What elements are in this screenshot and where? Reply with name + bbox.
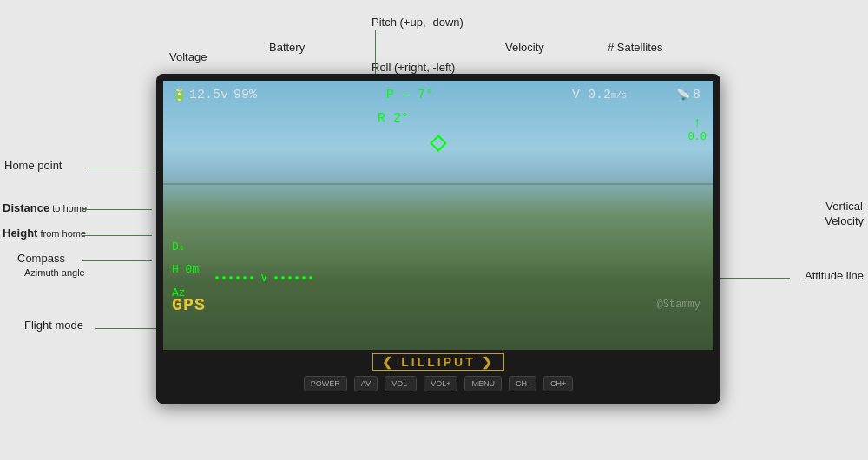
hud-overlay: 🔋 12.5v 99% P – 7° V 0.2m/s 📡 — [163, 81, 713, 350]
height-sub-text: from home — [41, 228, 87, 239]
voltage-text: Voltage — [169, 50, 207, 63]
att-dot-9 — [288, 276, 292, 279]
vert-vel-value: 0.0 — [687, 131, 707, 143]
label-satellites: # Satellites — [608, 41, 663, 54]
menu-button[interactable]: MENU — [464, 376, 502, 391]
att-chevron-icon: ∨ — [260, 270, 267, 285]
att-dot-8 — [281, 276, 285, 279]
label-vertvel: VerticalVelocity — [825, 200, 864, 229]
pitch-value: P – 7° — [386, 88, 433, 102]
label-roll: Roll (+right, -left) — [372, 61, 455, 74]
satellite-icon: 📡 — [676, 89, 690, 102]
label-compass: Compass — [17, 252, 65, 265]
satellites-text: # Satellites — [608, 41, 663, 54]
vol-minus-button[interactable]: VOL- — [385, 376, 417, 391]
gps-value: GPS — [172, 295, 206, 315]
watermark-text: @Stammy — [657, 299, 700, 311]
height-text: Height — [3, 227, 37, 240]
hud-satellites-display: 📡 8 — [676, 88, 700, 102]
hud-voltage-display: 🔋 12.5v — [172, 88, 228, 102]
velocity-text: Velocity — [505, 41, 544, 54]
label-distance: Distance to home — [3, 201, 87, 214]
hud-pitch-display: P – 7° — [386, 88, 433, 102]
drone-screen: 🔋 12.5v 99% P – 7° V 0.2m/s 📡 — [163, 81, 713, 350]
att-dot-7 — [274, 276, 278, 279]
monitor: 🔋 12.5v 99% P – 7° V 0.2m/s 📡 — [156, 74, 720, 404]
att-dot-3 — [229, 276, 233, 279]
monitor-bottom: ❮ LILLIPUT ❯ POWER AV VOL- VOL+ MENU CH-… — [156, 350, 720, 404]
label-pitch: Pitch (+up, -down) — [372, 16, 464, 29]
label-azimuth: Azimuth angle — [24, 267, 85, 278]
compass-line — [82, 260, 152, 261]
ch-minus-button[interactable]: CH- — [509, 376, 536, 391]
attline-text: Attitude line — [805, 269, 864, 282]
distance-hud-value: D₁ — [172, 240, 186, 253]
brand-text: ❮ LILLIPUT ❯ — [382, 355, 494, 369]
distance-sub-text: to home — [52, 203, 87, 214]
label-attline: Attitude line — [805, 269, 864, 282]
label-battery: Battery — [269, 41, 305, 54]
satellite-count: 8 — [693, 88, 700, 102]
compass-text: Compass — [17, 252, 65, 265]
ch-plus-button[interactable]: CH+ — [543, 376, 573, 391]
velocity-unit: m/s — [611, 91, 627, 101]
hud-roll-display: R 2° — [378, 111, 409, 126]
roll-text: Roll (+right, -left) — [372, 61, 455, 74]
watermark: @Stammy — [657, 299, 700, 311]
home-diamond-icon — [430, 135, 447, 152]
velocity-value: V 0.2 — [572, 88, 611, 102]
att-dot-1 — [215, 276, 219, 279]
label-velocity: Velocity — [505, 41, 544, 54]
att-dot-12 — [309, 276, 312, 279]
voltage-value: 12.5v — [189, 88, 228, 102]
homepoint-line — [87, 168, 156, 168]
homepoint-text: Home point — [4, 159, 62, 172]
att-dot-2 — [222, 276, 226, 279]
attitude-line: ∨ — [215, 270, 661, 285]
distance-line — [82, 209, 152, 210]
label-height: Height from home — [3, 227, 86, 240]
distance-text: Distance — [3, 201, 49, 214]
brand-label: ❮ LILLIPUT ❯ — [372, 353, 503, 371]
att-dot-11 — [302, 276, 306, 279]
pitch-text: Pitch (+up, -down) — [372, 16, 464, 29]
height-hud: H 0m — [172, 260, 199, 279]
label-voltage: Voltage — [169, 50, 207, 63]
hud-gps-display: GPS — [172, 295, 206, 315]
home-diamond-container — [432, 137, 444, 149]
battery-value: 99% — [233, 88, 257, 102]
hud-battery-display: 99% — [233, 88, 257, 102]
battery-text: Battery — [269, 41, 305, 54]
azimuth-text: Azimuth angle — [24, 267, 85, 278]
av-button[interactable]: AV — [354, 376, 378, 391]
vertical-velocity-display: ↑ 0.0 — [687, 115, 707, 143]
roll-value: R 2° — [378, 111, 409, 126]
height-hud-value: H 0m — [172, 263, 199, 276]
vertvel-text: VerticalVelocity — [825, 200, 864, 227]
vert-arrow-icon: ↑ — [693, 115, 701, 131]
att-dot-5 — [243, 276, 247, 279]
label-flightmode: Flight mode — [24, 319, 83, 332]
hud-top-bar: 🔋 12.5v 99% P – 7° V 0.2m/s 📡 — [163, 88, 713, 102]
flightmode-text: Flight mode — [24, 319, 83, 332]
power-button[interactable]: POWER — [304, 376, 347, 391]
att-dot-10 — [295, 276, 299, 279]
vol-plus-button[interactable]: VOL+ — [424, 376, 457, 391]
battery-icon: 🔋 — [172, 88, 187, 102]
height-line — [82, 235, 152, 236]
distance-hud: D₁ — [172, 237, 199, 257]
label-homepoint: Home point — [4, 159, 62, 172]
controls-row: POWER AV VOL- VOL+ MENU CH- CH+ — [304, 376, 573, 391]
att-dot-4 — [236, 276, 240, 279]
att-dot-6 — [250, 276, 253, 279]
hud-velocity-display: V 0.2m/s — [572, 88, 627, 102]
